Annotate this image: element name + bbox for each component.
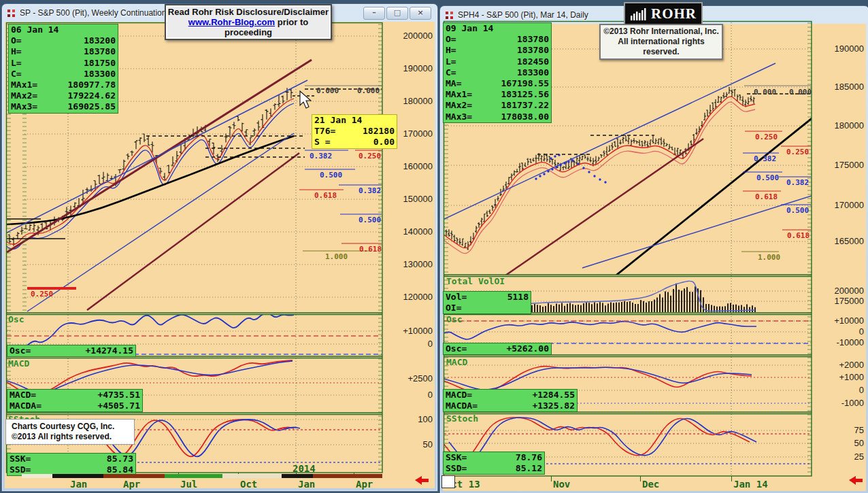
chart-client-left <box>5 22 435 488</box>
titlebar-right[interactable]: SPH4 - S&P 500 (Pit), Mar 14, Daily <box>440 6 868 24</box>
minimize-button[interactable]: – <box>363 7 385 20</box>
chart-client-right <box>443 24 866 491</box>
window-title-left: SP - S&P 500 (Pit), Weekly Continuation <box>20 8 166 18</box>
desktop: SP - S&P 500 (Pit), Weekly Continuation … <box>0 0 868 493</box>
window-left: SP - S&P 500 (Pit), Weekly Continuation … <box>1 3 438 492</box>
window-title-right: SPH4 - S&P 500 (Pit), Mar 14, Daily <box>458 10 588 20</box>
app-icon <box>446 12 453 19</box>
window-right: SPH4 - S&P 500 (Pit), Mar 14, Daily <box>439 5 868 493</box>
app-icon <box>7 10 15 17</box>
close-button[interactable]: × <box>410 7 431 20</box>
restore-button[interactable]: □ <box>386 7 408 20</box>
titlebar-left[interactable]: SP - S&P 500 (Pit), Weekly Continuation … <box>2 4 437 22</box>
